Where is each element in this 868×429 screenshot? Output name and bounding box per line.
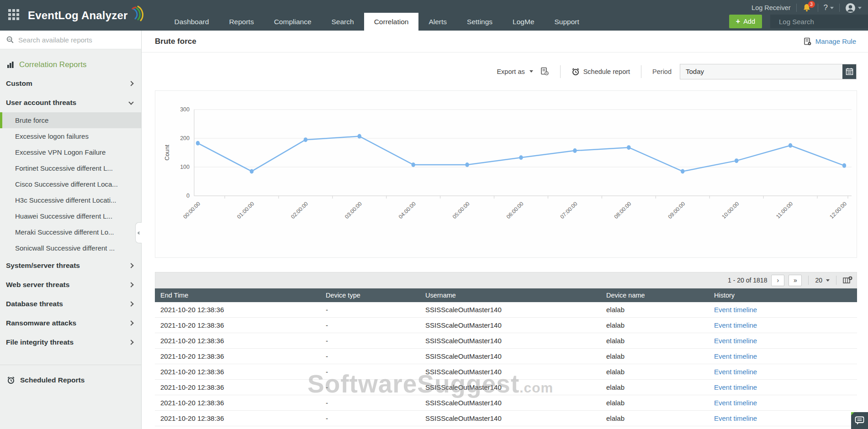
event-timeline-link[interactable]: Event timeline xyxy=(714,414,757,422)
cell-history: Event timeline xyxy=(709,333,857,349)
sidebar-section-custom[interactable]: Custom xyxy=(0,74,141,93)
report-search-input[interactable] xyxy=(18,36,135,44)
sidebar-item-h3c-successive-different-locati[interactable]: H3c Successive different Locati... xyxy=(0,192,141,208)
divider xyxy=(808,276,809,285)
pagination-bar: 1 - 20 of 1818 › » 20 xyxy=(155,272,857,288)
table-row: 2021-10-20 12:38:36-SSISScaleOutMaster14… xyxy=(155,333,857,349)
cell-username: SSISScaleOutMaster140 xyxy=(420,333,601,349)
sidebar-section-user-account-threats[interactable]: User account threats xyxy=(0,93,141,112)
add-button[interactable]: + Add xyxy=(729,15,762,28)
search-icon xyxy=(6,36,14,44)
nav-tab-dashboard[interactable]: Dashboard xyxy=(164,13,219,31)
cell-device-name: elalab xyxy=(601,318,709,333)
pagination-range: 1 - 20 of 1818 xyxy=(728,277,767,284)
main-nav: DashboardReportsComplianceSearchCorrelat… xyxy=(164,0,589,31)
table-row: 2021-10-20 12:38:36-SSISScaleOutMaster14… xyxy=(155,380,857,395)
event-timeline-link[interactable]: Event timeline xyxy=(714,368,757,376)
nav-tab-alerts[interactable]: Alerts xyxy=(418,13,457,31)
chevron-down-icon xyxy=(128,99,133,105)
svg-text:12:00:00: 12:00:00 xyxy=(828,200,848,220)
sidebar-collapse-handle[interactable] xyxy=(135,222,142,243)
sidebar-section-database-threats[interactable]: Database threats xyxy=(0,294,141,314)
cell-username: SSISScaleOutMaster140 xyxy=(420,302,601,318)
sidebar-item-fortinet-successive-different-l[interactable]: Fortinet Successive different L... xyxy=(0,160,141,176)
event-timeline-link[interactable]: Event timeline xyxy=(714,399,757,407)
log-search-input[interactable] xyxy=(779,18,868,26)
event-timeline-link[interactable]: Event timeline xyxy=(714,383,757,391)
svg-text:Count: Count xyxy=(164,145,170,161)
help-menu[interactable]: ? xyxy=(824,3,834,12)
correlation-line-chart: 0100200300Count00:00:0001:00:0002:00:000… xyxy=(155,91,857,257)
logo-swoosh-icon xyxy=(130,5,143,23)
nav-tab-search[interactable]: Search xyxy=(322,13,364,31)
sidebar: Correlation Reports CustomUser account t… xyxy=(0,31,142,429)
notification-bell-icon[interactable]: 3 xyxy=(802,3,812,13)
user-menu[interactable] xyxy=(845,3,862,13)
event-timeline-link[interactable]: Event timeline xyxy=(714,321,757,329)
page-size-dropdown[interactable]: 20 xyxy=(815,277,830,284)
table-header-device-type: Device type xyxy=(320,288,420,302)
cell-end-time: 2021-10-20 12:38:36 xyxy=(155,333,320,349)
chevron-right-icon xyxy=(128,81,133,86)
event-timeline-link[interactable]: Event timeline xyxy=(714,337,757,345)
divider xyxy=(836,276,836,285)
nav-tab-support[interactable]: Support xyxy=(545,13,589,31)
period-value: Today xyxy=(686,68,704,75)
svg-text:10:00:00: 10:00:00 xyxy=(720,200,740,220)
cell-username: SSISScaleOutMaster140 xyxy=(420,411,601,426)
cell-history: Event timeline xyxy=(709,302,857,318)
calendar-button[interactable] xyxy=(842,64,856,79)
event-timeline-link[interactable]: Event timeline xyxy=(714,306,757,314)
cell-device-type: - xyxy=(320,411,420,426)
sidebar-section-web-server-threats[interactable]: Web server threats xyxy=(0,275,141,294)
export-schedule-icon[interactable] xyxy=(540,67,549,76)
cell-device-type: - xyxy=(320,349,420,364)
nav-tab-reports[interactable]: Reports xyxy=(219,13,264,31)
table-row: 2021-10-20 12:38:36-SSISScaleOutMaster14… xyxy=(155,302,857,318)
feedback-chat-button[interactable] xyxy=(851,412,868,429)
manage-rule-link[interactable]: Manage Rule xyxy=(804,37,856,46)
sidebar-item-brute-force[interactable]: Brute force xyxy=(0,112,141,128)
sidebar-section-file-integrity-threats[interactable]: File integrity threats xyxy=(0,333,141,352)
sidebar-item-excessive-vpn-logon-failure[interactable]: Excessive VPN Logon Failure xyxy=(0,144,141,160)
cell-history: Event timeline xyxy=(709,349,857,364)
log-receiver-link[interactable]: Log Receiver xyxy=(752,4,790,11)
sidebar-title: Correlation Reports xyxy=(0,60,141,69)
sidebar-section-label: Ransomware attacks xyxy=(6,319,76,327)
nav-tab-correlation[interactable]: Correlation xyxy=(364,13,419,31)
sidebar-item-scheduled-reports[interactable]: Scheduled Reports xyxy=(0,365,141,395)
sidebar-item-huawei-successive-different-l[interactable]: Huawei Successive different L... xyxy=(0,208,141,224)
sidebar-item-meraki-successive-different-lo[interactable]: Meraki Successive different Lo... xyxy=(0,224,141,240)
period-input[interactable]: Today xyxy=(680,64,857,79)
nav-tab-compliance[interactable]: Compliance xyxy=(264,13,322,31)
svg-text:11:00:00: 11:00:00 xyxy=(775,200,794,220)
nav-tab-logme[interactable]: LogMe xyxy=(503,13,544,31)
export-as-dropdown[interactable]: Export as xyxy=(497,68,533,75)
sidebar-section-system-server-threats[interactable]: System/server threats xyxy=(0,256,141,275)
chevron-down-icon xyxy=(529,70,533,73)
cell-device-name: elalab xyxy=(601,349,709,364)
events-table-body: 2021-10-20 12:38:36-SSISScaleOutMaster14… xyxy=(155,302,857,426)
table-row: 2021-10-20 12:38:36-SSISScaleOutMaster14… xyxy=(155,364,857,380)
content-header: Brute force Manage Rule xyxy=(142,31,868,52)
svg-text:0: 0 xyxy=(186,193,190,199)
topbar-right: Log Receiver 3 ? xyxy=(729,0,868,28)
sidebar-item-sonicwall-successive-different[interactable]: Sonicwall Successive different ... xyxy=(0,240,141,256)
cell-end-time: 2021-10-20 12:38:36 xyxy=(155,395,320,411)
sidebar-item-excessive-logon-failures[interactable]: Excessive logon failures xyxy=(0,128,141,144)
add-column-icon[interactable] xyxy=(843,276,852,284)
nav-tab-settings[interactable]: Settings xyxy=(457,13,503,31)
sidebar-item-cisco-successive-different-loca[interactable]: Cisco Successive different Loca... xyxy=(0,176,141,192)
apps-grid-icon[interactable] xyxy=(8,9,21,21)
schedule-report-button[interactable]: Schedule report xyxy=(572,68,630,76)
help-icon: ? xyxy=(824,3,828,12)
svg-text:00:00:00: 00:00:00 xyxy=(182,200,201,220)
sidebar-section-label: Web server threats xyxy=(6,281,69,289)
sidebar-section-ransomware-attacks[interactable]: Ransomware attacks xyxy=(0,314,141,333)
next-page-button[interactable]: › xyxy=(771,275,784,286)
last-page-button[interactable]: » xyxy=(789,275,802,286)
chevron-down-icon xyxy=(830,7,834,9)
event-timeline-link[interactable]: Event timeline xyxy=(714,352,757,360)
alarm-clock-icon xyxy=(572,68,580,76)
chevron-left-icon xyxy=(138,231,141,234)
